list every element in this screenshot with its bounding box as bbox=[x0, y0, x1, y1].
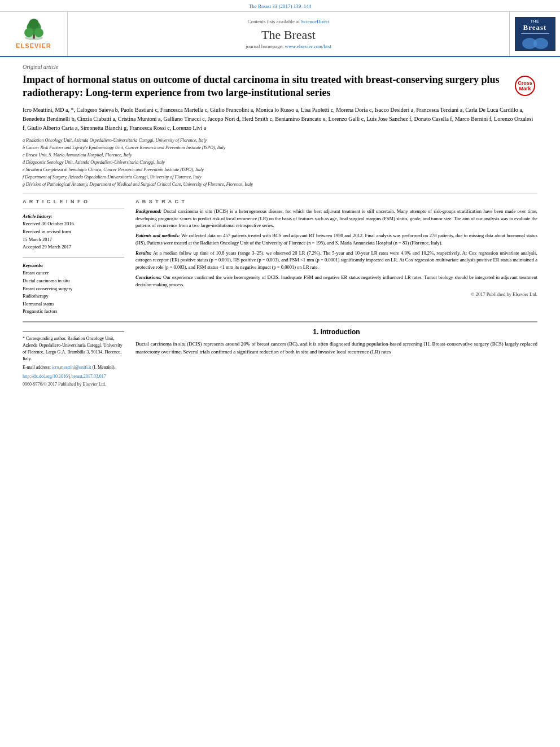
email-footnote: E-mail address: icro.meattini@unifi.it (… bbox=[23, 364, 124, 371]
breast-logo-divider bbox=[521, 33, 549, 34]
revised-date: 15 March 2017 bbox=[23, 236, 124, 244]
issn-line: 0960-9776/© 2017 Published by Elsevier L… bbox=[23, 381, 124, 388]
results-text: At a median follow up time of 10.8 years… bbox=[135, 250, 537, 270]
affiliation-a: a Radiation Oncology Unit, Azienda Osped… bbox=[23, 137, 537, 144]
svg-point-4 bbox=[34, 28, 43, 37]
keyword-6: Prognostic factors bbox=[23, 308, 124, 316]
main-content: Original article Impact of hormonal stat… bbox=[0, 57, 560, 395]
keywords-content: Keywords: Breast cancer Ductal carcinoma… bbox=[23, 262, 124, 316]
article-history-content: Article history: Received 30 October 201… bbox=[23, 213, 124, 251]
svg-point-7 bbox=[533, 38, 548, 49]
sciencedirect-link[interactable]: ScienceDirect bbox=[301, 19, 329, 24]
title-section: Impact of hormonal status on outcome of … bbox=[23, 73, 537, 100]
article-history: Article history: Received 30 October 201… bbox=[23, 208, 124, 251]
breast-logo-title: Breast bbox=[523, 23, 547, 32]
page: The Breast 33 (2017) 139–144 ELSEVIER Co… bbox=[0, 0, 560, 747]
article-info-col: A R T I C L E I N F O Article history: R… bbox=[23, 199, 124, 316]
background-text: Ductal carcinoma in situ (DCIS) is a het… bbox=[135, 208, 537, 229]
breast-journal-logo: THE Breast bbox=[509, 12, 560, 56]
affiliation-g: g Division of Pathological Anatomy, Depa… bbox=[23, 181, 537, 188]
history-label: Article history: bbox=[23, 213, 53, 219]
homepage-label: journal homepage: bbox=[246, 43, 283, 49]
contents-line: Contents lists available at ScienceDirec… bbox=[248, 19, 330, 24]
intro-paragraph: Ductal carcinoma in situ (DCIS) represen… bbox=[135, 341, 537, 355]
conclusions-label: Conclusions: bbox=[135, 274, 161, 280]
section-divider bbox=[23, 321, 537, 322]
affiliation-c: c Breast Unit, S. Maria Annunziata Hospi… bbox=[23, 152, 537, 159]
email-link[interactable]: icro.meattini@unifi.it bbox=[52, 365, 91, 370]
corresponding-text: * Corresponding author. Radiation Oncolo… bbox=[23, 336, 123, 361]
received-date: Received 30 October 2016 bbox=[23, 220, 124, 228]
journal-title-main: The Breast bbox=[261, 28, 316, 42]
journal-homepage: journal homepage: www.elsevier.com/brst bbox=[246, 43, 331, 49]
crossmark-icon: Cross Mark bbox=[515, 76, 535, 96]
doi-text: http://dx.doi.org/10.1016/j.breast.2017.… bbox=[23, 374, 106, 379]
citation-bar: The Breast 33 (2017) 139–144 bbox=[0, 0, 560, 12]
svg-text:Cross: Cross bbox=[518, 80, 532, 86]
elsevier-tree-icon bbox=[20, 19, 48, 41]
elsevier-image: ELSEVIER bbox=[16, 19, 51, 49]
revised-label: Received in revised form bbox=[23, 228, 124, 236]
corresponding-footnote: * Corresponding author. Radiation Oncolo… bbox=[23, 335, 124, 362]
keywords-section: Keywords: Breast cancer Ductal carcinoma… bbox=[23, 257, 124, 316]
keywords-heading: Keywords: bbox=[23, 263, 43, 268]
article-info-heading: A R T I C L E I N F O bbox=[23, 199, 124, 204]
crossmark[interactable]: Cross Mark bbox=[515, 76, 537, 97]
abstract-conclusions: Conclusions: Our experience confirmed th… bbox=[135, 274, 537, 289]
intro-text: Ductal carcinoma in situ (DCIS) represen… bbox=[135, 340, 537, 356]
patients-label: Patients and methods: bbox=[135, 233, 180, 238]
affiliations: a Radiation Oncology Unit, Azienda Osped… bbox=[23, 137, 537, 188]
breast-logo-image bbox=[521, 35, 549, 49]
email-label: E-mail address: bbox=[23, 365, 51, 370]
homepage-url[interactable]: www.elsevier.com/brst bbox=[285, 43, 331, 49]
svg-point-5 bbox=[29, 19, 39, 29]
authors: Icro Meattini, MD a, *, Calogero Saieva … bbox=[23, 106, 537, 133]
affiliation-b: b Cancer Risk Factors and Lifestyle Epid… bbox=[23, 145, 537, 151]
svg-point-3 bbox=[24, 28, 33, 37]
abstract-patients: Patients and methods: We collected data … bbox=[135, 232, 537, 247]
background-label: Background: bbox=[135, 208, 161, 214]
contents-label: Contents lists available at bbox=[248, 19, 300, 24]
abstract-col: A B S T R A C T Background: Ductal carci… bbox=[135, 199, 537, 316]
keyword-1: Breast cancer bbox=[23, 269, 124, 277]
article-type: Original article bbox=[23, 64, 537, 70]
intro-right-col: 1. Introduction Ductal carcinoma in situ… bbox=[135, 328, 537, 388]
affiliation-f: f Department of Surgery, Azienda Ospedal… bbox=[23, 174, 537, 181]
elsevier-logo: ELSEVIER bbox=[0, 12, 68, 56]
authors-text: Icro Meattini, MD a, *, Calogero Saieva … bbox=[23, 107, 533, 131]
affiliation-d: d Diagnostic Senology Unit, Azienda Ospe… bbox=[23, 159, 537, 166]
abstract-background: Background: Ductal carcinoma in situ (DC… bbox=[135, 208, 537, 229]
breast-logo-box: THE Breast bbox=[515, 17, 555, 51]
divider-1 bbox=[23, 194, 537, 194]
keyword-2: Ductal carcinoma in situ bbox=[23, 277, 124, 285]
journal-center: Contents lists available at ScienceDirec… bbox=[68, 12, 509, 56]
affiliation-e: e Struttura Complessa di Senologia Clini… bbox=[23, 167, 537, 173]
keyword-4: Radiotherapy bbox=[23, 292, 124, 300]
copyright-line: © 2017 Published by Elsevier Ltd. bbox=[135, 291, 537, 297]
svg-text:Mark: Mark bbox=[519, 86, 531, 91]
doi-line[interactable]: http://dx.doi.org/10.1016/j.breast.2017.… bbox=[23, 373, 124, 380]
journal-header: ELSEVIER Contents lists available at Sci… bbox=[0, 12, 560, 57]
intro-section: * Corresponding author. Radiation Oncolo… bbox=[23, 328, 537, 388]
intro-left-col: * Corresponding author. Radiation Oncolo… bbox=[23, 328, 124, 388]
intro-heading: 1. Introduction bbox=[135, 328, 537, 336]
article-title: Impact of hormonal status on outcome of … bbox=[23, 73, 508, 100]
results-label: Results: bbox=[135, 250, 151, 256]
keyword-5: Hormonal status bbox=[23, 300, 124, 308]
keyword-3: Breast conserving surgery bbox=[23, 285, 124, 293]
email-suffix: (I. Meattini). bbox=[93, 365, 116, 370]
breast-logo-top: THE bbox=[531, 19, 540, 23]
abstract-results: Results: At a median follow up time of 1… bbox=[135, 250, 537, 271]
citation-text: The Breast 33 (2017) 139–144 bbox=[249, 3, 311, 9]
article-info-abstract: A R T I C L E I N F O Article history: R… bbox=[23, 199, 537, 316]
elsevier-text: ELSEVIER bbox=[16, 42, 51, 49]
patients-text: We collected data on 457 patients treate… bbox=[135, 233, 537, 246]
footnotes: * Corresponding author. Radiation Oncolo… bbox=[23, 331, 124, 388]
abstract-heading: A B S T R A C T bbox=[135, 199, 537, 204]
accepted-date: Accepted 29 March 2017 bbox=[23, 243, 124, 251]
conclusions-text: Our experience confirmed the wide hetero… bbox=[135, 274, 537, 287]
